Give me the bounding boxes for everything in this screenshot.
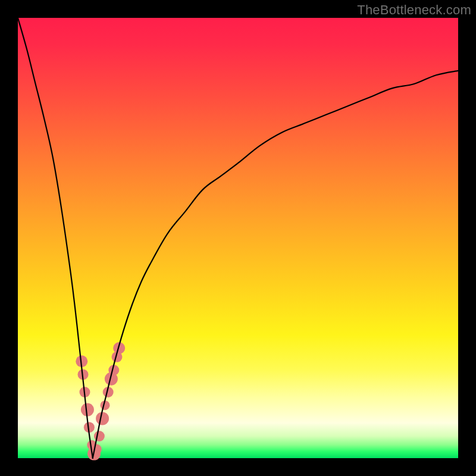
watermark-text: TheBottleneck.com [357,2,471,18]
scatter-dots [76,342,125,461]
scatter-dot [94,431,105,441]
plot-area [18,18,458,458]
chart-frame: TheBottleneck.com [0,0,476,476]
curve-svg [18,18,458,458]
curve-right-branch [93,71,458,458]
scatter-dot [96,412,109,425]
